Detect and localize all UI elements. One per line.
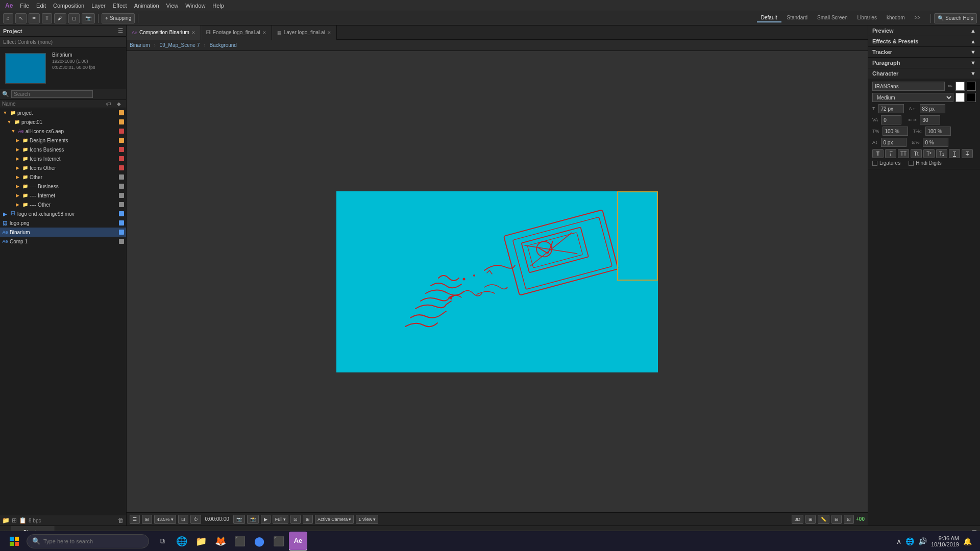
start-button[interactable] [4, 532, 24, 550]
taskbar-app6-icon[interactable]: ⬛ [270, 532, 288, 550]
proj-item-project[interactable]: ▼ 📁 project [0, 108, 126, 117]
taskbar-ae-icon[interactable]: Ae [289, 532, 307, 550]
vc-views-dropdown[interactable]: 1 View ▾ [356, 515, 378, 524]
footage-tab-close[interactable]: ✕ [262, 30, 266, 35]
menu-effect[interactable]: Effect [110, 2, 130, 10]
proj-item-other[interactable]: ▶ 📁 Other [0, 172, 126, 182]
proj-item-internet[interactable]: ▶ 📁 ---- Internet [0, 191, 126, 200]
ws-tab-more[interactable]: >> [911, 14, 925, 22]
vc-quality-dropdown[interactable]: Full ▾ [273, 515, 289, 524]
vc-camera-btn[interactable]: 📷 [233, 515, 245, 524]
character-header[interactable]: Character ▼ [868, 68, 980, 79]
small-caps-btn[interactable]: Tt [911, 149, 922, 158]
vc-toggle1[interactable]: ⊡ [290, 515, 301, 524]
taskbar-chrome-icon[interactable]: ⬤ [250, 532, 268, 550]
comp-tab-layer[interactable]: ▦ Layer logo_final.ai ✕ [272, 26, 337, 40]
vc-3d-btn[interactable]: 3D [792, 515, 804, 524]
ws-tab-standard[interactable]: Standard [783, 14, 812, 22]
menu-view[interactable]: View [163, 2, 182, 10]
proj-item-png[interactable]: 🖼 logo.png [0, 218, 126, 228]
taskbar-explorer-icon[interactable]: 📁 [192, 532, 210, 550]
scale-h-input[interactable] [883, 127, 908, 136]
nav-binarium[interactable]: Binarium [130, 42, 150, 48]
menu-layer[interactable]: Layer [88, 2, 109, 10]
font-color-swatch[interactable] [955, 82, 965, 91]
tray-volume-icon[interactable]: 🔊 [918, 537, 927, 545]
ws-tab-default[interactable]: Default [757, 14, 781, 22]
stroke-color-swatch[interactable] [967, 93, 976, 102]
taskbar-search-input[interactable] [43, 538, 125, 544]
select-tool[interactable]: ↖ [15, 13, 27, 23]
ws-tab-small[interactable]: Small Screen [813, 14, 851, 22]
search-help[interactable]: 🔍 Search Help [934, 13, 977, 23]
proj-item-aep[interactable]: ▼ Ae all-icons-cs6.aep [0, 127, 126, 136]
type-tool[interactable]: T [42, 13, 52, 23]
home-tool[interactable]: ⌂ [3, 13, 13, 23]
taskbar-search-box[interactable]: 🔍 [27, 534, 149, 548]
nav-scene[interactable]: 09_Map_Scene 7 [160, 42, 200, 48]
tracker-header[interactable]: Tracker ▼ [868, 47, 980, 57]
fill-color-swatch[interactable] [955, 93, 965, 102]
underline-btn[interactable]: T [949, 149, 960, 158]
proj-item-project01[interactable]: ▼ 📁 project01 [0, 117, 126, 127]
comp-tab-footage[interactable]: 🎞 Footage logo_final.ai ✕ [201, 26, 272, 40]
tray-network-icon[interactable]: 🌐 [905, 537, 914, 545]
shape-tool[interactable]: ◻ [68, 13, 80, 23]
vc-toggle2[interactable]: ⊞ [303, 515, 313, 524]
hindi-digits-checkbox[interactable] [909, 161, 914, 166]
ligatures-checkbox[interactable] [872, 161, 877, 166]
proj-item-binarium[interactable]: Ae Binarium [0, 228, 126, 237]
new-folder-icon[interactable]: 📁 [2, 517, 10, 524]
new-comp-icon[interactable]: ⊞ [12, 517, 17, 524]
vc-menu-btn[interactable]: ☰ [130, 515, 140, 524]
ws-tab-custom[interactable]: khodom [883, 14, 909, 22]
font-size-input[interactable] [878, 104, 904, 113]
caps-btn[interactable]: TT [898, 149, 909, 158]
project-search-input[interactable] [11, 90, 93, 98]
ligatures-label[interactable]: Ligatures [872, 160, 900, 166]
menu-edit[interactable]: Edit [33, 2, 49, 10]
taskview-btn[interactable]: ⧉ [153, 532, 172, 550]
delete-icon[interactable]: 🗑 [118, 517, 124, 524]
menu-composition[interactable]: Composition [50, 2, 87, 10]
vc-snapshot-btn[interactable]: 📸 [247, 515, 259, 524]
sub-btn[interactable]: T₂ [936, 149, 947, 158]
vc-grid-btn[interactable]: ⊞ [805, 515, 816, 524]
vc-fit-btn[interactable]: ⊡ [178, 515, 188, 524]
menu-window[interactable]: Window [182, 2, 208, 10]
proj-item-icons-internet[interactable]: ▶ 📁 Icons Internet [0, 154, 126, 163]
vc-timecode-btn[interactable]: ⏱ [190, 515, 201, 524]
kerning-input[interactable] [920, 104, 945, 113]
tsume-input[interactable] [923, 138, 948, 147]
layer-tab-close[interactable]: ✕ [327, 30, 331, 35]
camera-tool[interactable]: 📷 [82, 13, 95, 23]
italic-btn[interactable]: T [885, 149, 896, 158]
project-menu-icon[interactable]: ☰ [118, 28, 123, 34]
brush-tool[interactable]: 🖌 [54, 13, 66, 23]
proj-item-other2[interactable]: ▶ 📁 ---- Other [0, 200, 126, 209]
menu-animation[interactable]: Animation [131, 2, 162, 10]
snapping-toggle[interactable]: ⌖ Snapping [102, 13, 135, 23]
tray-arrow[interactable]: ∧ [896, 537, 901, 545]
menu-help[interactable]: Help [209, 2, 227, 10]
nav-background[interactable]: Background [210, 42, 237, 48]
vc-safe-btn[interactable]: ⊡ [844, 515, 854, 524]
vc-zoom-dropdown[interactable]: 43.5% ▾ [154, 515, 176, 524]
font-name-input[interactable] [872, 82, 945, 91]
super-btn[interactable]: T² [923, 149, 935, 158]
new-item-icon[interactable]: 📋 [19, 517, 27, 524]
preview-header[interactable]: Preview ▲ [868, 26, 980, 36]
pen-tool[interactable]: ✒ [29, 13, 40, 23]
font-style-select[interactable]: Medium Bold Regular [872, 93, 953, 102]
effects-presets-header[interactable]: Effects & Presets ▲ [868, 36, 980, 46]
hindi-digits-label[interactable]: Hindi Digits [909, 160, 942, 166]
comp-tab-close[interactable]: ✕ [191, 30, 195, 35]
taskbar-app4-icon[interactable]: ⬛ [231, 532, 249, 550]
proj-item-design[interactable]: ▶ 📁 Design Elements [0, 136, 126, 145]
baseline-input[interactable] [881, 138, 906, 147]
comp-tab-binarium[interactable]: Ae Composition Binarium ✕ [127, 26, 201, 40]
proj-item-mov[interactable]: ▶ 🎞 logo end xchange98.mov [0, 209, 126, 218]
proj-item-business[interactable]: ▶ 📁 ---- Business [0, 182, 126, 191]
vc-camera-dropdown[interactable]: Active Camera ▾ [315, 515, 354, 524]
tray-notifications[interactable]: 🔔 [963, 537, 972, 545]
